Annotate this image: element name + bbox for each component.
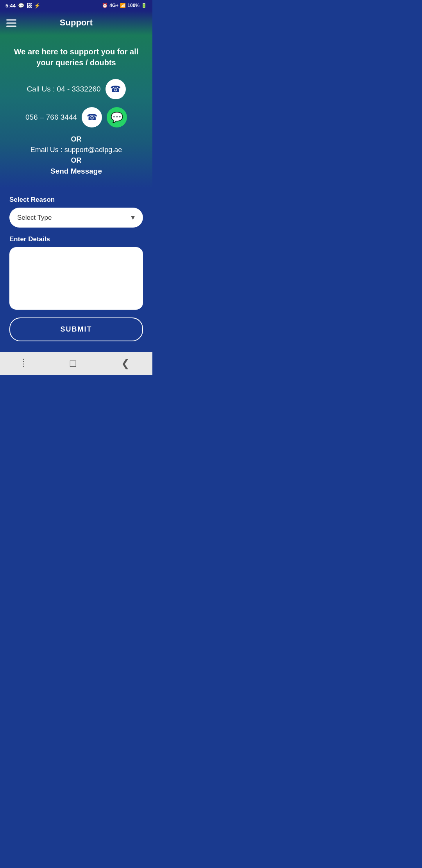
phone2-row: 056 – 766 3444 ☎ 💬 (9, 107, 143, 127)
phone-call-icon: ☎ (110, 84, 121, 94)
or-label-1: OR (9, 135, 143, 143)
status-time: 5:44 (5, 3, 16, 9)
hamburger-line-2 (6, 23, 16, 24)
phone2-text: 056 – 766 3444 (25, 113, 77, 122)
signal-icon: 📶 (120, 3, 126, 8)
call-us-text: Call Us : 04 - 3332260 (27, 85, 100, 93)
submit-button[interactable]: SUBMIT (9, 317, 143, 341)
select-reason-label: Select Reason (9, 196, 143, 204)
enter-details-label: Enter Details (9, 235, 143, 243)
or-label-2: OR (9, 156, 143, 165)
whatsapp-status-icon: 💬 (18, 3, 24, 9)
select-type-dropdown[interactable]: Select Type General Inquiry Technical Is… (9, 208, 143, 228)
phone2-icon-circle[interactable]: ☎ (82, 107, 102, 127)
page-title: Support (60, 18, 93, 28)
whatsapp-icon: 💬 (111, 111, 123, 124)
nav-recent-icon[interactable]: ⦙ (23, 357, 25, 369)
usb-status-icon: ⚡ (34, 3, 40, 9)
status-right: ⏰ 4G+ 📶 100% 🔋 (102, 3, 147, 8)
form-section: Select Reason Select Type General Inquir… (0, 188, 152, 352)
support-section: We are here to support you for all your … (0, 35, 152, 188)
send-message-label: Send Message (9, 167, 143, 176)
nav-home-icon[interactable]: □ (70, 357, 76, 369)
details-textarea[interactable] (9, 247, 143, 310)
battery-icon: 🔋 (141, 3, 147, 8)
whatsapp-icon-circle[interactable]: 💬 (107, 107, 127, 127)
email-label: Email Us : support@adlpg.ae (9, 146, 143, 154)
select-reason-wrapper: Select Type General Inquiry Technical Is… (9, 208, 143, 228)
phone2-call-icon: ☎ (87, 112, 97, 122)
nav-back-icon[interactable]: ❮ (121, 357, 130, 369)
call-us-row: Call Us : 04 - 3332260 ☎ (9, 79, 143, 99)
network-label: 4G+ (109, 3, 118, 8)
call-icon-circle[interactable]: ☎ (106, 79, 126, 99)
alarm-icon: ⏰ (102, 3, 108, 8)
status-left: 5:44 💬 🖼 ⚡ (5, 3, 40, 9)
image-status-icon: 🖼 (27, 3, 32, 9)
hamburger-line-1 (6, 20, 16, 21)
status-bar: 5:44 💬 🖼 ⚡ ⏰ 4G+ 📶 100% 🔋 (0, 0, 152, 11)
support-tagline: We are here to support you for all your … (9, 46, 143, 68)
nav-bar: ⦙ □ ❮ (0, 352, 152, 375)
battery-label: 100% (127, 3, 139, 8)
header: Support (0, 11, 152, 35)
hamburger-menu[interactable] (6, 20, 16, 27)
hamburger-line-3 (6, 26, 16, 27)
